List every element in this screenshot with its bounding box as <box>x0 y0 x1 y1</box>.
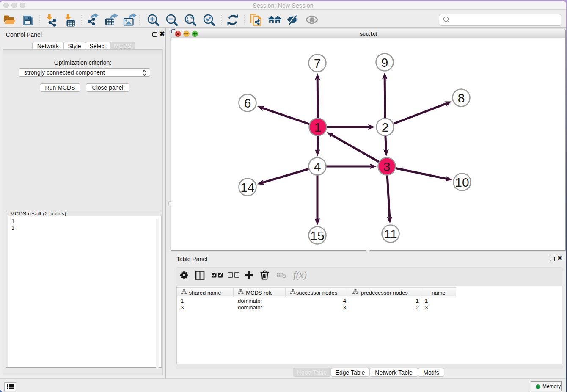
svg-text:2: 2 <box>382 120 389 134</box>
svg-text:14: 14 <box>240 180 254 194</box>
svg-text:11: 11 <box>384 227 397 241</box>
svg-text:4: 4 <box>314 160 321 174</box>
svg-text:10: 10 <box>455 175 469 189</box>
svg-text:8: 8 <box>458 91 465 105</box>
svg-text:7: 7 <box>314 56 321 70</box>
svg-text:f(x): f(x) <box>293 270 307 280</box>
svg-text:3: 3 <box>383 160 391 174</box>
svg-text:15: 15 <box>310 229 324 243</box>
svg-text:1: 1 <box>314 120 322 134</box>
svg-text:6: 6 <box>244 96 251 110</box>
svg-text:9: 9 <box>381 55 388 69</box>
